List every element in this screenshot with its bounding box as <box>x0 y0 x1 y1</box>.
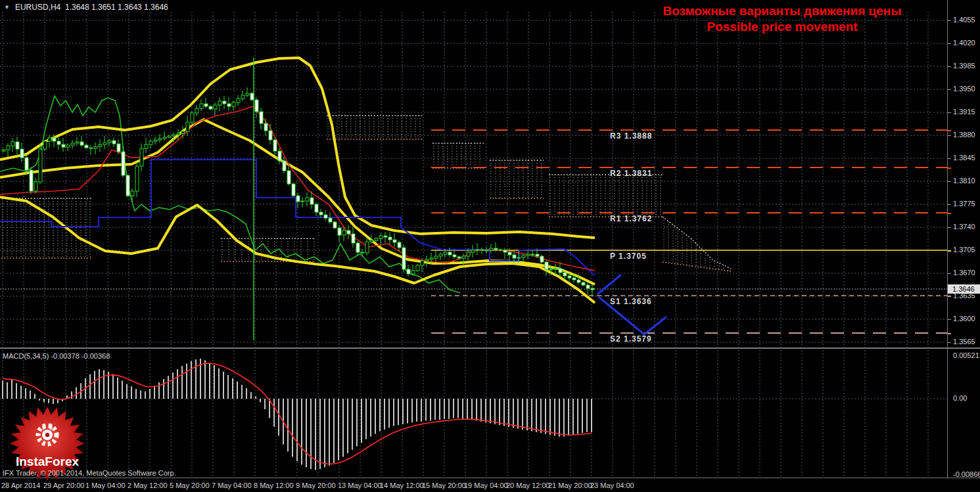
chikou-span-line <box>0 96 460 293</box>
pivot-label-p: P 1.3705 <box>610 252 647 261</box>
time-axis[interactable]: 28 Apr 201429 Apr 20:001 May 04:002 May … <box>0 478 980 492</box>
price-tick-label: 1.3705 <box>953 246 975 254</box>
price-tick-label: 1.3880 <box>953 131 975 139</box>
chevron-down-icon: ▼ <box>4 4 10 11</box>
time-tick-label: 5 May 20:00 <box>170 481 210 489</box>
time-tick-label: 23 May 04:00 <box>590 481 634 489</box>
pivot-axis-mark-r3 <box>948 130 951 131</box>
annotation-line-ru: Возможные варианты движения цены <box>624 3 940 19</box>
price-tick-label: 1.3565 <box>953 338 975 346</box>
time-tick-label: 13 May 04:00 <box>338 481 382 489</box>
time-tick-label: 7 May 04:00 <box>212 481 252 489</box>
price-forecast-annotation: Возможные варианты движения цены Possibl… <box>624 3 940 35</box>
time-tick-label: 15 May 20:00 <box>422 481 466 489</box>
forecast-up-line <box>598 275 620 294</box>
price-tick-label: 1.3775 <box>953 200 975 208</box>
chart-title: ▼EURUSD,H4 1.3648 1.3651 1.3643 1.3646 <box>4 3 168 12</box>
time-tick-label: 9 May 20:00 <box>296 481 336 489</box>
pivot-axis-mark-r1 <box>948 213 951 214</box>
price-tick-label: 1.3600 <box>953 315 975 323</box>
pivot-label-r3: R3 1.3888 <box>610 131 652 141</box>
price-tick-label: 1.3985 <box>953 62 975 70</box>
price-tick-mark <box>948 319 951 320</box>
time-tick-label: 2 May 12:00 <box>128 481 168 489</box>
pivot-label-s2: S2 1.3579 <box>610 334 652 344</box>
symbol-period-label: EURUSD,H4 <box>15 3 60 12</box>
price-tick-mark <box>948 20 951 21</box>
price-tick-mark <box>948 273 951 274</box>
price-tick-mark <box>948 112 951 113</box>
price-axis[interactable]: 1.40551.40201.39851.39501.39151.38801.38… <box>948 0 980 478</box>
pivot-axis-mark-p <box>948 250 951 252</box>
pivot-label-r1: R1 1.3762 <box>610 214 652 223</box>
mt4-chart-window: ▼EURUSD,H4 1.3648 1.3651 1.3643 1.3646 В… <box>0 0 980 492</box>
time-tick-label: 21 May 20:00 <box>548 481 592 489</box>
price-tick-label: 1.3810 <box>953 177 975 185</box>
time-tick-label: 19 May 04:00 <box>464 481 508 489</box>
current-price-box: 1.3646 <box>948 284 980 294</box>
price-tick-label: 1.3740 <box>953 223 975 231</box>
price-tick-mark <box>948 135 951 136</box>
grid-layer <box>0 12 947 478</box>
price-tick-label: 1.3845 <box>953 154 975 162</box>
price-axis-divider <box>947 0 948 478</box>
pivot-label-r2: R2 1.3831 <box>610 169 652 178</box>
price-tick-mark <box>948 181 951 182</box>
time-tick-label: 20 May 12:00 <box>506 481 550 489</box>
price-tick-label: 1.4055 <box>953 16 975 24</box>
price-tick-label: 1.3915 <box>953 108 975 116</box>
price-tick-mark <box>948 227 951 228</box>
price-chart-canvas[interactable] <box>0 0 947 492</box>
price-tick-mark <box>948 43 951 44</box>
ohlc-values: 1.3648 1.3651 1.3643 1.3646 <box>65 3 168 12</box>
copyright-text: IFX Trader, © 2001-2014, MetaQuotes Soft… <box>3 469 176 477</box>
price-tick-mark <box>948 158 951 159</box>
price-tick-label: 1.3950 <box>953 85 975 93</box>
pivot-label-s1: S1 1.3636 <box>610 297 652 306</box>
candlestick-series <box>2 58 594 340</box>
pivot-axis-mark-s2 <box>948 333 951 334</box>
axis-divider <box>0 478 980 478</box>
macd-panel <box>2 359 592 470</box>
price-tick-label: 1.3670 <box>953 269 975 277</box>
price-tick-label: 1.4020 <box>953 39 975 47</box>
macd-tick-label: 0.00 <box>953 394 967 402</box>
price-tick-mark <box>948 342 951 343</box>
price-tick-mark <box>948 89 951 90</box>
time-tick-label: 8 May 12:00 <box>254 481 294 489</box>
annotation-line-en: Possible price movement <box>624 19 940 35</box>
macd-indicator-label: MACD(5,34,5) -0.00378 -0.00368 <box>3 352 110 360</box>
pivot-axis-mark-r2 <box>948 168 951 169</box>
time-tick-label: 14 May 12:00 <box>380 481 424 489</box>
instaforex-wordmark: InstaForex <box>7 455 88 469</box>
macd-tick-label: 0.00521 <box>953 351 979 359</box>
price-tick-mark <box>948 204 951 205</box>
pane-divider[interactable] <box>0 347 980 349</box>
pivot-axis-mark-s1 <box>948 296 951 297</box>
time-tick-label: 1 May 04:00 <box>85 481 126 489</box>
price-tick-mark <box>948 66 951 67</box>
